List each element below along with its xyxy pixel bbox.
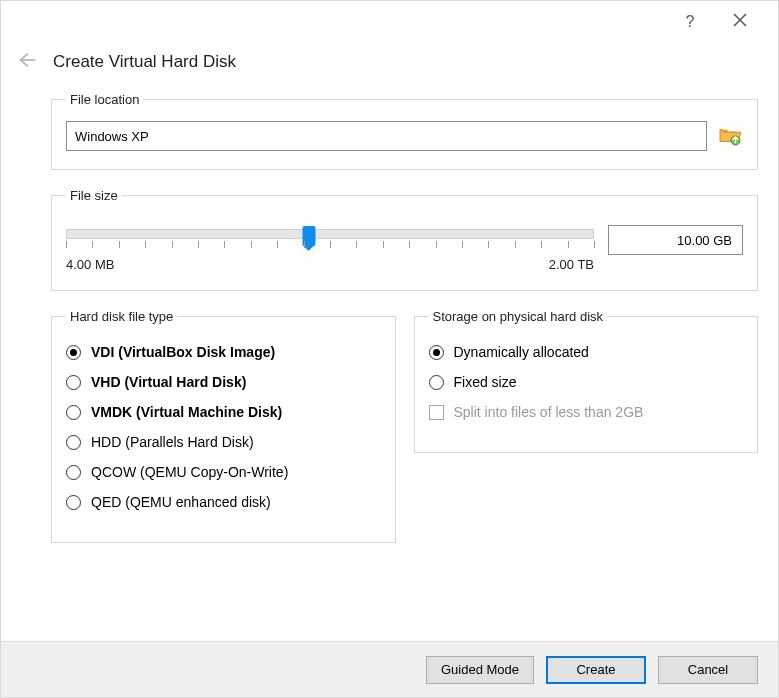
disk-type-option-2[interactable]: VMDK (Virtual Machine Disk) <box>66 404 381 420</box>
storage-option-0[interactable]: Dynamically allocated <box>429 344 744 360</box>
size-min-label: 4.00 MB <box>66 257 114 272</box>
radio-icon <box>66 495 81 510</box>
guided-mode-button[interactable]: Guided Mode <box>426 656 534 684</box>
disk-type-label: QCOW (QEMU Copy-On-Write) <box>91 464 288 480</box>
storage-option-label: Dynamically allocated <box>454 344 589 360</box>
disk-type-label: QED (QEMU enhanced disk) <box>91 494 271 510</box>
disk-type-legend: Hard disk file type <box>66 309 177 324</box>
disk-type-option-0[interactable]: VDI (VirtualBox Disk Image) <box>66 344 381 360</box>
storage-group: Storage on physical hard disk Dynamicall… <box>414 309 759 453</box>
disk-type-label: VMDK (Virtual Machine Disk) <box>91 404 282 420</box>
help-icon[interactable]: ? <box>680 13 700 31</box>
close-icon[interactable] <box>730 13 750 31</box>
content: File location File size <box>1 92 778 641</box>
disk-type-group: Hard disk file type VDI (VirtualBox Disk… <box>51 309 396 543</box>
file-size-legend: File size <box>66 188 122 203</box>
checkbox-icon <box>429 405 444 420</box>
size-max-label: 2.00 TB <box>549 257 594 272</box>
storage-legend: Storage on physical hard disk <box>429 309 608 324</box>
folder-open-icon <box>719 126 741 146</box>
back-arrow-icon[interactable] <box>15 49 37 74</box>
file-location-input[interactable] <box>66 121 707 151</box>
size-value-input[interactable] <box>608 225 743 255</box>
file-size-group: File size 4.00 MB 2.00 TB <box>51 188 758 291</box>
header: Create Virtual Hard Disk <box>1 43 778 92</box>
file-location-group: File location <box>51 92 758 170</box>
radio-icon <box>429 345 444 360</box>
split-files-checkbox: Split into files of less than 2GB <box>429 404 744 420</box>
disk-type-label: VDI (VirtualBox Disk Image) <box>91 344 275 360</box>
file-location-legend: File location <box>66 92 143 107</box>
disk-type-option-3[interactable]: HDD (Parallels Hard Disk) <box>66 434 381 450</box>
radio-icon <box>66 405 81 420</box>
footer: Guided Mode Create Cancel <box>1 641 778 697</box>
storage-option-label: Fixed size <box>454 374 517 390</box>
disk-type-label: VHD (Virtual Hard Disk) <box>91 374 246 390</box>
radio-icon <box>66 375 81 390</box>
radio-icon <box>66 435 81 450</box>
slider-ticks <box>66 241 594 253</box>
page-title: Create Virtual Hard Disk <box>53 52 236 72</box>
disk-type-option-4[interactable]: QCOW (QEMU Copy-On-Write) <box>66 464 381 480</box>
storage-option-1[interactable]: Fixed size <box>429 374 744 390</box>
cancel-button[interactable]: Cancel <box>658 656 758 684</box>
titlebar: ? <box>1 1 778 43</box>
browse-button[interactable] <box>717 123 743 149</box>
disk-type-option-5[interactable]: QED (QEMU enhanced disk) <box>66 494 381 510</box>
radio-icon <box>429 375 444 390</box>
split-files-label: Split into files of less than 2GB <box>454 404 644 420</box>
disk-type-option-1[interactable]: VHD (Virtual Hard Disk) <box>66 374 381 390</box>
radio-icon <box>66 345 81 360</box>
size-slider[interactable]: 4.00 MB 2.00 TB <box>66 225 594 272</box>
create-button[interactable]: Create <box>546 656 646 684</box>
radio-icon <box>66 465 81 480</box>
disk-type-label: HDD (Parallels Hard Disk) <box>91 434 254 450</box>
dialog-window: ? Create Virtual Hard Disk File location <box>0 0 779 698</box>
